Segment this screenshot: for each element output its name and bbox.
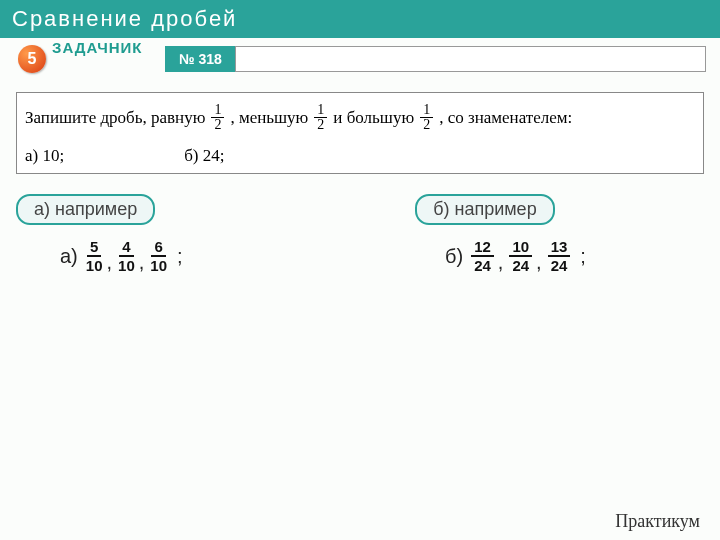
toolbar: 5 ЗАДАЧНИК № 318 <box>0 40 720 80</box>
frac-den: 10 <box>118 257 135 273</box>
problem-text: Запишите дробь, равную 1 2 , меньшую 1 2… <box>25 103 695 132</box>
frac-den: 2 <box>423 118 430 132</box>
semicolon: ; <box>177 245 183 268</box>
frac-num: 12 <box>471 239 494 257</box>
footer-label: Практикум <box>615 511 700 532</box>
frac-num: 1 <box>211 103 224 118</box>
frac-den: 10 <box>86 257 103 273</box>
semicolon: ; <box>580 245 586 268</box>
fraction-b-3: 13 24 <box>548 239 571 273</box>
sub-a: а) 10; <box>25 146 64 166</box>
fraction-half-3: 1 2 <box>420 103 433 132</box>
problem-part2: , меньшую <box>230 108 308 128</box>
comma: , <box>536 251 542 274</box>
comma: , <box>498 251 504 274</box>
frac-num: 10 <box>509 239 532 257</box>
frac-num: 1 <box>420 103 433 118</box>
grade-badge: 5 <box>18 45 46 73</box>
frac-den: 24 <box>474 257 491 273</box>
comma: , <box>106 251 112 274</box>
answer-a-label: а) <box>60 245 78 268</box>
frac-den: 2 <box>214 118 221 132</box>
task-input-bar <box>235 46 706 72</box>
problem-statement: Запишите дробь, равную 1 2 , меньшую 1 2… <box>16 92 704 174</box>
problem-part4: , со знаменателем: <box>439 108 572 128</box>
frac-den: 24 <box>551 257 568 273</box>
chip-b[interactable]: б) например <box>415 194 554 225</box>
task-number-badge: № 318 <box>165 46 236 72</box>
frac-den: 24 <box>512 257 529 273</box>
comma: , <box>139 251 145 274</box>
frac-num: 5 <box>87 239 101 257</box>
sub-b: б) 24; <box>184 146 224 166</box>
fraction-half-1: 1 2 <box>211 103 224 132</box>
example-chips: а) например б) например <box>16 194 704 225</box>
frac-num: 6 <box>151 239 165 257</box>
problem-subparts: а) 10; б) 24; <box>25 146 695 166</box>
problem-part1: Запишите дробь, равную <box>25 108 205 128</box>
frac-num: 13 <box>548 239 571 257</box>
fraction-b-1: 12 24 <box>471 239 494 273</box>
fraction-half-2: 1 2 <box>314 103 327 132</box>
frac-den: 2 <box>317 118 324 132</box>
fraction-b-2: 10 24 <box>509 239 532 273</box>
fraction-a-2: 4 10 <box>118 239 135 273</box>
fraction-a-1: 5 10 <box>86 239 103 273</box>
book-label: ЗАДАЧНИК <box>52 40 152 55</box>
answer-b-label: б) <box>445 245 463 268</box>
frac-den: 10 <box>150 257 167 273</box>
frac-num: 4 <box>119 239 133 257</box>
frac-num: 1 <box>314 103 327 118</box>
answer-b: б) 12 24 , 10 24 , 13 24 ; <box>335 239 720 273</box>
problem-part3: и большую <box>333 108 414 128</box>
fraction-a-3: 6 10 <box>150 239 167 273</box>
answers-row: а) 5 10 , 4 10 , 6 10 ; б) 12 24 , <box>0 239 720 273</box>
chip-a[interactable]: а) например <box>16 194 155 225</box>
answer-a: а) 5 10 , 4 10 , 6 10 ; <box>0 239 335 273</box>
page-title: Сравнение дробей <box>0 0 720 38</box>
